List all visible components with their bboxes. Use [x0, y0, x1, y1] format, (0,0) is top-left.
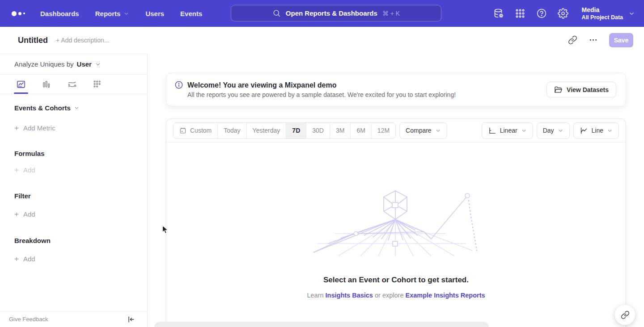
nav-users[interactable]: Users — [145, 10, 164, 17]
plus-icon: + — [14, 167, 19, 173]
analyze-prefix: Analyze Uniques by — [14, 60, 74, 68]
breakdown-heading: Breakdown — [14, 237, 147, 244]
report-header-actions: Save — [568, 33, 633, 47]
add-formula-button[interactable]: + Add — [14, 166, 147, 174]
welcome-banner: Welcome! You are viewing a Mixpanel demo… — [166, 73, 626, 106]
chevron-down-icon — [74, 105, 80, 111]
scale-dropdown[interactable]: Linear — [482, 122, 533, 139]
analyze-value[interactable]: User — [77, 60, 92, 68]
empty-state-subtitle: Learn Insights Basics or explore Example… — [307, 292, 485, 299]
formulas-heading: Formulas — [14, 150, 147, 157]
chart-display-controls: Linear Day Line — [482, 122, 619, 139]
add-breakdown-button[interactable]: + Add — [14, 255, 147, 263]
chart-type-dropdown[interactable]: Line — [573, 122, 619, 139]
compare-dropdown[interactable]: Compare — [399, 122, 447, 139]
range-7d[interactable]: 7D — [286, 123, 306, 138]
project-name: Media — [582, 6, 623, 14]
main-panel: Welcome! You are viewing a Mixpanel demo… — [148, 54, 644, 327]
sidebar-footer: Give Feedback — [0, 311, 147, 327]
top-navbar: Dashboards Reports Users Events Open Rep… — [0, 0, 644, 27]
collapse-sidebar-icon[interactable] — [127, 315, 136, 324]
add-metric-button[interactable]: + Add Metric — [14, 124, 147, 132]
chevron-down-icon[interactable] — [95, 61, 101, 67]
date-range-group: Custom Today Yesterday 7D 30D 3M 6M 12M — [173, 122, 396, 139]
plus-icon: + — [14, 211, 19, 218]
add-filter-button[interactable]: + Add — [14, 210, 147, 218]
chevron-down-icon — [521, 128, 527, 134]
main-nav: Dashboards Reports Users Events — [40, 10, 202, 17]
insights-basics-link[interactable]: Insights Basics — [326, 292, 373, 299]
banner-title: Welcome! You are viewing a Mixpanel demo — [187, 80, 456, 90]
save-button[interactable]: Save — [609, 33, 633, 47]
chevron-down-icon — [435, 128, 441, 134]
share-link-fab[interactable] — [614, 304, 636, 325]
chevron-down-icon — [123, 11, 129, 17]
insights-chart-card: Custom Today Yesterday 7D 30D 3M 6M 12M … — [166, 118, 626, 327]
global-search[interactable]: Open Reports & Dashboards ⌘ + K — [231, 5, 441, 21]
tab-line-chart-icon[interactable] — [14, 75, 28, 94]
search-shortcut: ⌘ + K — [382, 10, 400, 17]
empty-state-title: Select an Event or Cohort to get started… — [323, 276, 469, 285]
example-insights-reports-link[interactable]: Example Insights Reports — [405, 292, 485, 299]
nav-reports[interactable]: Reports — [95, 10, 130, 17]
mixpanel-logo-icon[interactable] — [12, 11, 25, 16]
range-custom[interactable]: Custom — [174, 123, 217, 138]
copy-link-icon[interactable] — [568, 35, 578, 45]
range-12m[interactable]: 12M — [371, 123, 395, 138]
range-3m[interactable]: 3M — [330, 123, 350, 138]
plus-icon: + — [14, 256, 19, 262]
search-icon — [272, 9, 281, 17]
banner-subtitle: All the reports you see are powered by a… — [187, 90, 456, 100]
chart-empty-state: Select an Event or Cohort to get started… — [166, 143, 626, 299]
more-options-icon[interactable] — [589, 35, 598, 45]
report-header: Untitled + Add description... Save — [0, 27, 644, 54]
interval-dropdown[interactable]: Day — [537, 122, 570, 139]
range-6m[interactable]: 6M — [350, 123, 371, 138]
chevron-down-icon — [558, 128, 564, 134]
navbar-right: Media All Project Data — [493, 0, 635, 27]
events-cohorts-heading[interactable]: Events & Cohorts — [14, 104, 147, 112]
line-chart-icon — [580, 126, 588, 135]
empty-state-illustration — [311, 189, 481, 256]
plus-icon: + — [14, 125, 19, 131]
chart-type-tabs — [0, 75, 147, 94]
range-30d[interactable]: 30D — [306, 123, 330, 138]
chevron-down-icon — [607, 128, 613, 134]
report-title[interactable]: Untitled — [18, 36, 48, 45]
calendar-icon — [179, 127, 186, 134]
folder-icon — [554, 85, 563, 94]
tab-flow-chart-icon[interactable] — [65, 75, 79, 94]
project-scope: All Project Data — [582, 14, 623, 21]
info-icon — [174, 80, 183, 89]
report-description-placeholder[interactable]: + Add description... — [56, 37, 109, 44]
bottom-sheet-top-edge — [154, 322, 489, 327]
give-feedback-link[interactable]: Give Feedback — [9, 316, 48, 323]
chevron-down-icon — [628, 10, 635, 17]
nav-dashboards[interactable]: Dashboards — [40, 10, 79, 17]
apps-grid-icon[interactable] — [515, 8, 526, 19]
data-management-icon[interactable] — [493, 8, 504, 19]
range-yesterday[interactable]: Yesterday — [246, 123, 286, 138]
filter-heading: Filter — [14, 192, 147, 200]
view-datasets-button[interactable]: View Datasets — [547, 82, 616, 97]
linear-axis-icon — [488, 126, 496, 135]
query-builder-sidebar: Analyze Uniques by User — [0, 54, 148, 327]
tab-scatter-grid-icon[interactable] — [90, 75, 105, 94]
analyze-by-row: Analyze Uniques by User — [0, 54, 147, 75]
nav-events[interactable]: Events — [180, 10, 202, 17]
project-selector[interactable]: Media All Project Data — [582, 6, 635, 21]
settings-gear-icon[interactable] — [558, 8, 569, 19]
help-icon[interactable] — [536, 8, 547, 19]
range-today[interactable]: Today — [217, 123, 246, 138]
tab-bar-chart-icon[interactable] — [39, 75, 54, 94]
search-placeholder: Open Reports & Dashboards — [286, 9, 377, 17]
chart-controls: Custom Today Yesterday 7D 30D 3M 6M 12M … — [166, 119, 626, 143]
